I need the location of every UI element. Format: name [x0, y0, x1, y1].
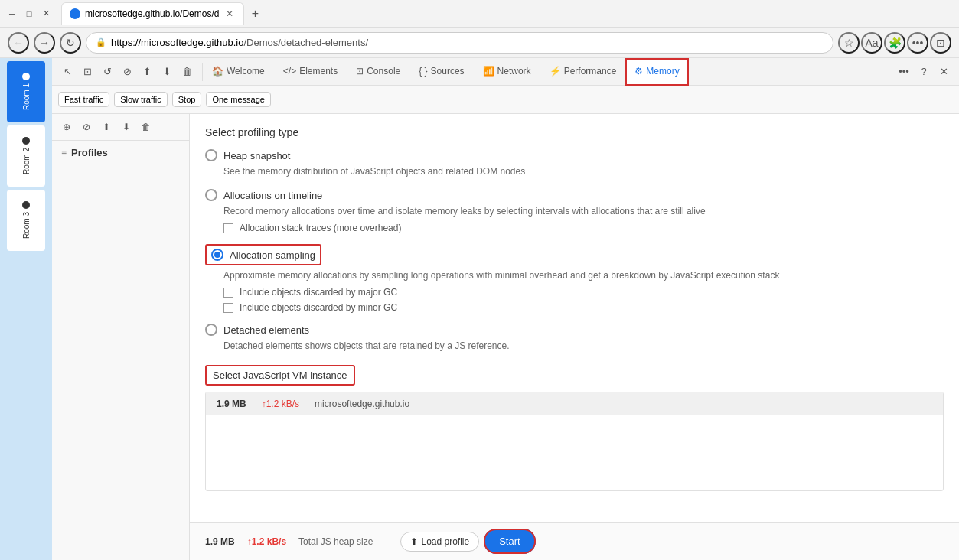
- more-tools-icon[interactable]: •••: [895, 63, 913, 81]
- allocation-sampling-label[interactable]: Allocation sampling: [230, 249, 315, 261]
- vm-item[interactable]: 1.9 MB ↑1.2 kB/s microsoftedge.github.io: [206, 392, 943, 415]
- url-bar[interactable]: 🔒 https://microsoftedge.github.io/Demos/…: [86, 32, 833, 54]
- allocation-stack-traces-checkbox[interactable]: [223, 223, 233, 233]
- vm-section: Select JavaScript VM instance 1.9 MB ↑1.…: [205, 365, 944, 491]
- close-devtools-icon[interactable]: ✕: [935, 63, 953, 81]
- detached-elements-radio[interactable]: [205, 324, 217, 336]
- security-icon: 🔒: [96, 37, 106, 47]
- title-bar: ─ □ ✕ microsoftedge.github.io/Demos/d ✕ …: [0, 0, 959, 28]
- vm-url: microsoftedge.github.io: [315, 399, 409, 409]
- tab-memory[interactable]: ⚙ Memory: [625, 58, 688, 86]
- device-emulation-icon[interactable]: ⊡: [78, 63, 96, 81]
- tab-elements[interactable]: </> Elements: [274, 58, 347, 86]
- vm-speed: ↑1.2 kB/s: [262, 399, 299, 409]
- fast-traffic-button[interactable]: Fast traffic: [58, 92, 109, 107]
- extensions-button[interactable]: 🧩: [884, 32, 905, 54]
- heap-snapshot-desc: See the memory distribution of JavaScrip…: [223, 164, 944, 178]
- memory-left-panel: ⊕ ⊘ ⬆ ⬇ 🗑 ≡ Profiles: [52, 114, 190, 560]
- up-icon[interactable]: ⬆: [138, 63, 156, 81]
- help-icon[interactable]: ?: [915, 63, 933, 81]
- browser-tab[interactable]: microsoftedge.github.io/Demos/d ✕: [61, 2, 244, 25]
- reload-button[interactable]: ↻: [60, 32, 81, 54]
- room-1-dot: [22, 73, 30, 80]
- devtools-more-actions: ••• ? ✕: [889, 63, 959, 81]
- memory-footer: 1.9 MB ↑1.2 kB/s Total JS heap size ⬆ Lo…: [190, 522, 959, 560]
- allocation-stack-traces-label: Allocation stack traces (more overhead): [240, 223, 401, 233]
- tab-favicon: [70, 8, 80, 19]
- console-icon: ⊡: [356, 66, 364, 77]
- section-title: Select profiling type: [205, 126, 944, 138]
- tab-sources[interactable]: { } Sources: [409, 58, 473, 86]
- delete-recordings-icon[interactable]: 🗑: [138, 119, 155, 135]
- devtools-tabs: 🏠 Welcome </> Elements ⊡ Console { } Sou…: [203, 58, 889, 86]
- room-2-label: Room 2: [22, 148, 31, 174]
- tab-welcome[interactable]: 🏠 Welcome: [203, 58, 274, 86]
- load-profile-label: Load profile: [421, 536, 469, 547]
- allocation-sampling-radio[interactable]: [211, 249, 223, 261]
- footer-label: Total JS heap size: [298, 536, 373, 547]
- new-recording-icon[interactable]: ⊕: [58, 119, 75, 135]
- browser-menu-button[interactable]: •••: [907, 32, 928, 54]
- new-tab-button[interactable]: +: [244, 3, 266, 24]
- profiles-header: ≡ Profiles: [52, 141, 189, 164]
- minor-gc-label: Include objects discarded by minor GC: [240, 302, 397, 313]
- close-button[interactable]: ✕: [40, 8, 52, 20]
- page-sidebar: Room 1 Room 2 Room 3: [0, 58, 52, 560]
- minor-gc-checkbox[interactable]: [223, 303, 233, 313]
- minimize-button[interactable]: ─: [6, 8, 18, 20]
- allocations-timeline-row: Allocations on timeline: [205, 189, 944, 201]
- tab-console[interactable]: ⊡ Console: [347, 58, 409, 86]
- tab-title: microsoftedge.github.io/Demos/d: [85, 8, 219, 19]
- minor-gc-row: Include objects discarded by minor GC: [223, 302, 944, 313]
- down-icon[interactable]: ⬇: [158, 63, 176, 81]
- heap-snapshot-row: Heap snapshot: [205, 149, 944, 161]
- stop-button[interactable]: Stop: [172, 92, 202, 107]
- forward-button[interactable]: →: [34, 32, 55, 54]
- room-3-item[interactable]: Room 3: [7, 190, 45, 251]
- tab-network[interactable]: 📶 Network: [474, 58, 540, 86]
- inspect-element-icon[interactable]: ↖: [58, 63, 77, 81]
- devtools-left-icons: ↖ ⊡ ↺ ⊘ ⬆ ⬇ 🗑: [52, 63, 203, 81]
- window-controls: ─ □ ✕: [6, 8, 52, 20]
- tab-close-button[interactable]: ✕: [223, 8, 236, 20]
- block-icon[interactable]: ⊘: [118, 63, 136, 81]
- back-button[interactable]: ←: [8, 32, 29, 54]
- major-gc-checkbox[interactable]: [223, 288, 233, 298]
- allocation-sampling-desc: Approximate memory allocations by sampli…: [223, 269, 944, 282]
- room-1-label: Room 1: [22, 83, 31, 110]
- detached-elements-label[interactable]: Detached elements: [223, 324, 309, 336]
- vm-section-title: Select JavaScript VM instance: [205, 365, 355, 386]
- favorites-button[interactable]: ☆: [838, 32, 860, 54]
- performance-icon: ⚡: [550, 66, 561, 77]
- devtools-content: ⊕ ⊘ ⬆ ⬇ 🗑 ≡ Profiles: [52, 114, 959, 560]
- url-text: https://microsoftedge.github.io/Demos/de…: [111, 37, 368, 48]
- refresh-icon[interactable]: ↺: [98, 63, 116, 81]
- elements-icon: </>: [283, 66, 296, 77]
- detached-elements-option: Detached elements Detached elements show…: [205, 324, 944, 353]
- allocation-sampling-option: Allocation sampling Approximate memory a…: [205, 244, 944, 313]
- detached-elements-row: Detached elements: [205, 324, 944, 336]
- room-1-item[interactable]: Room 1: [7, 61, 45, 122]
- allocation-stack-traces-row: Allocation stack traces (more overhead): [223, 223, 944, 233]
- maximize-button[interactable]: □: [23, 8, 35, 20]
- read-aloud-button[interactable]: Aa: [861, 32, 882, 54]
- download-icon[interactable]: ⬇: [118, 119, 135, 135]
- sidebar-toggle-button[interactable]: ⊡: [930, 32, 951, 54]
- room-3-dot: [22, 201, 30, 209]
- allocations-timeline-label[interactable]: Allocations on timeline: [223, 190, 322, 201]
- heap-snapshot-label[interactable]: Heap snapshot: [223, 150, 290, 161]
- clear-icon[interactable]: ⊘: [78, 119, 95, 135]
- tab-performance[interactable]: ⚡ Performance: [540, 58, 626, 86]
- load-profile-button[interactable]: ⬆ Load profile: [400, 532, 479, 552]
- heap-snapshot-radio[interactable]: [205, 149, 217, 161]
- upload-icon[interactable]: ⬆: [98, 119, 115, 135]
- allocations-timeline-radio[interactable]: [205, 189, 217, 201]
- delete-icon[interactable]: 🗑: [178, 63, 196, 81]
- footer-actions: ⬆ Load profile Start: [400, 530, 533, 552]
- room-2-item[interactable]: Room 2: [7, 125, 45, 187]
- address-bar: ← → ↻ 🔒 https://microsoftedge.github.io/…: [0, 28, 959, 58]
- profiles-section: ≡ Profiles: [52, 141, 189, 560]
- one-message-button[interactable]: One message: [206, 92, 270, 107]
- slow-traffic-button[interactable]: Slow traffic: [114, 92, 168, 107]
- start-button[interactable]: Start: [485, 530, 533, 552]
